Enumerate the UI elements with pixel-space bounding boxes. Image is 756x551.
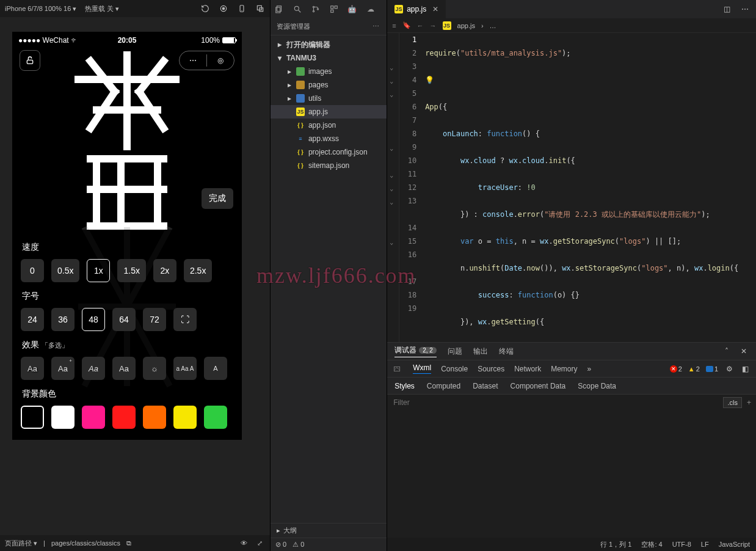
file-sitemap[interactable]: { }sitemap.json [271, 159, 387, 172]
eye-icon[interactable]: 👁 [239, 538, 249, 548]
color-magenta[interactable] [82, 406, 105, 429]
gear-icon[interactable]: ⚙ [724, 364, 734, 374]
chevron-up-icon[interactable]: ˄ [722, 346, 732, 356]
color-orange[interactable] [143, 406, 166, 429]
device-selector[interactable]: iPhone 6/7/8 100% 16 ▾ [5, 5, 76, 13]
devtab-overflow-icon[interactable]: » [587, 365, 592, 373]
devtab-network[interactable]: Network [514, 365, 541, 373]
speed-0[interactable]: 0 [21, 259, 44, 282]
files-icon[interactable] [274, 4, 284, 14]
dock-icon[interactable]: ◧ [740, 364, 750, 374]
font-24[interactable]: 24 [21, 308, 44, 331]
subtab-computed[interactable]: Computed [427, 382, 460, 390]
copy-icon[interactable]: ⧉ [126, 539, 131, 547]
effect-scroll[interactable]: a Aa A [173, 357, 197, 380]
speed-2x[interactable]: 2x [153, 259, 176, 282]
phone-icon[interactable] [237, 4, 247, 13]
tab-problems[interactable]: 问题 [448, 346, 462, 357]
warnings-count[interactable]: ⚠ 0 [293, 541, 304, 549]
filter-input[interactable] [387, 398, 723, 407]
speed-0-5x[interactable]: 0.5x [51, 259, 79, 282]
page-path-value[interactable]: pages/classics/classics [51, 539, 120, 547]
git-icon[interactable] [311, 4, 321, 14]
open-editors-section[interactable]: ▸打开的编辑器 [271, 38, 387, 51]
effect-plain[interactable]: Aa [112, 357, 136, 380]
file-app-js[interactable]: JSapp.js [271, 105, 387, 119]
tab-app-js[interactable]: JSapp.js✕ [387, 0, 446, 18]
errors-count[interactable]: ⊘ 0 [275, 541, 286, 549]
fold-gutter[interactable]: ⌄ ⌄ ⌄ ⌄ ⌄ ⌄ ⌄ ⌄ [387, 33, 399, 342]
devtab-sources[interactable]: Sources [478, 365, 504, 373]
target-icon[interactable]: ◎ [207, 56, 234, 65]
cls-toggle[interactable]: .cls [723, 397, 742, 408]
subtab-styles[interactable]: Styles [394, 382, 415, 390]
outline-section[interactable]: ▸ 大纲 [271, 523, 387, 538]
device-screen[interactable]: ●●●●● WeChat ᯤ 20:05 100% ⋯ ◎ [12, 32, 242, 440]
element-picker-icon[interactable]: ⮹ [393, 365, 403, 373]
crumb-more[interactable]: … [490, 22, 496, 29]
eol[interactable]: LF [701, 541, 709, 548]
tab-output[interactable]: 输出 [473, 346, 488, 357]
subtab-scope[interactable]: Scope Data [578, 382, 616, 390]
font-64[interactable]: 64 [112, 308, 136, 331]
extensions-icon[interactable] [329, 4, 339, 14]
devtab-console[interactable]: Console [441, 365, 468, 373]
error-count[interactable]: ✕2 [670, 365, 682, 373]
page-path-label[interactable]: 页面路径 ▾ [5, 539, 37, 548]
encoding[interactable]: UTF-8 [672, 541, 691, 548]
unlock-button[interactable] [20, 50, 40, 71]
robot-icon[interactable]: 🤖 [347, 4, 357, 14]
hot-reload-toggle[interactable]: 热重载 关 ▾ [85, 4, 119, 13]
font-48[interactable]: 48 [82, 308, 105, 331]
split-icon[interactable]: ◫ [722, 4, 732, 14]
close-panel-icon[interactable]: ✕ [739, 346, 749, 356]
speed-1x[interactable]: 1x [87, 259, 110, 282]
mini-program-capsule[interactable]: ⋯ ◎ [179, 51, 234, 70]
more-icon[interactable]: ⋯ [180, 56, 206, 65]
styles-body[interactable] [387, 410, 756, 538]
font-fullscreen-icon[interactable]: ⛶ [173, 308, 197, 331]
effect-brightness-icon[interactable]: ☼ [143, 357, 166, 380]
font-36[interactable]: 36 [51, 308, 75, 331]
subtab-dataset[interactable]: Dataset [473, 382, 498, 390]
code-body[interactable]: require("utils/mta_analysis.js"); 💡 App(… [423, 33, 756, 342]
speed-2-5x[interactable]: 2.5x [184, 259, 212, 282]
color-yellow[interactable] [173, 406, 197, 429]
language-mode[interactable]: JavaScript [719, 541, 750, 548]
popout-icon[interactable] [255, 4, 265, 13]
lightbulb-icon[interactable]: 💡 [425, 76, 434, 84]
color-black[interactable] [21, 406, 44, 429]
color-white[interactable] [51, 406, 75, 429]
bookmark-icon[interactable]: 🔖 [402, 21, 411, 29]
crumb-file[interactable]: app.js [457, 22, 475, 29]
effect-italic[interactable]: Aa [82, 357, 105, 380]
expand-icon[interactable]: ⤢ [255, 538, 265, 548]
effect-shadow[interactable]: Aa [21, 357, 44, 380]
search-icon[interactable] [293, 4, 302, 14]
indent-setting[interactable]: 空格: 4 [641, 540, 662, 549]
file-project-config[interactable]: { }project.config.json [271, 145, 387, 159]
cloud-icon[interactable]: ☁ [366, 4, 376, 14]
record-icon[interactable] [219, 4, 228, 13]
done-button[interactable]: 完成 [202, 188, 233, 209]
effect-sparkle[interactable]: Aa+ [51, 357, 75, 380]
nav-back-icon[interactable]: ← [417, 22, 424, 29]
file-app-wxss[interactable]: ≡app.wxss [271, 132, 387, 145]
folder-utils[interactable]: ▸utils [271, 92, 387, 105]
devtab-memory[interactable]: Memory [551, 365, 577, 373]
file-app-json[interactable]: { }app.json [271, 119, 387, 132]
devtab-wxml[interactable]: Wxml [413, 363, 431, 374]
more-icon[interactable]: ⋯ [740, 4, 750, 14]
color-red[interactable] [112, 406, 136, 429]
tab-terminal[interactable]: 终端 [499, 346, 514, 357]
font-72[interactable]: 72 [143, 308, 166, 331]
warning-count[interactable]: ▲2 [688, 365, 700, 373]
project-root[interactable]: ▾TANMU3 [271, 51, 387, 65]
speed-1-5x[interactable]: 1.5x [117, 259, 145, 282]
close-icon[interactable]: ✕ [432, 5, 438, 13]
subtab-component[interactable]: Component Data [511, 382, 566, 390]
color-green[interactable] [204, 406, 227, 429]
more-icon[interactable]: ⋯ [373, 23, 380, 31]
effect-more[interactable]: A [204, 357, 227, 380]
cursor-pos[interactable]: 行 1，列 1 [600, 540, 631, 549]
